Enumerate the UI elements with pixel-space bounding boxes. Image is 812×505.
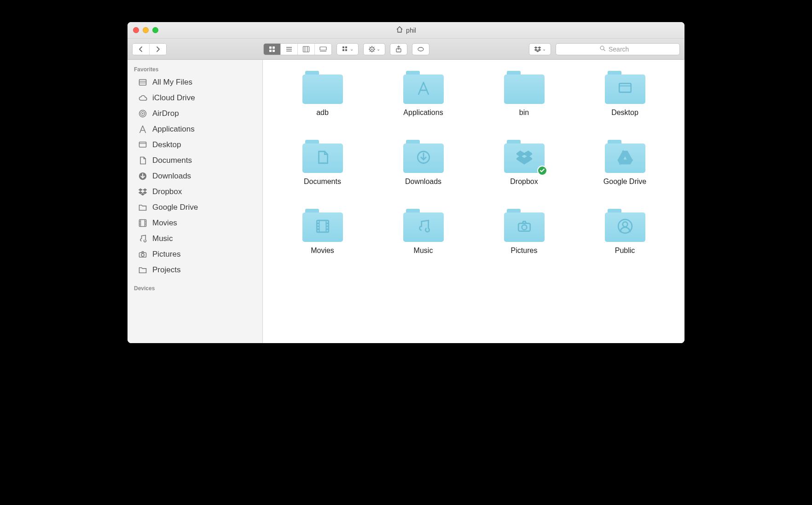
folder-item[interactable]: Public [579, 209, 671, 255]
folder-label: Downloads [405, 178, 441, 186]
column-view-button[interactable] [297, 44, 314, 55]
applications-icon [138, 124, 148, 134]
sidebar-item-label: Music [152, 234, 173, 243]
folder-icon [403, 140, 444, 173]
sidebar-item-dropbox[interactable]: Dropbox [128, 184, 262, 200]
folder-icon [504, 140, 545, 173]
folder-icon [302, 71, 343, 104]
downloads-icon [138, 171, 148, 181]
folder-icon [403, 209, 444, 242]
cloud-icon [138, 93, 148, 103]
search-icon [599, 45, 606, 53]
documents-icon [315, 149, 331, 167]
close-window-button[interactable] [133, 27, 139, 33]
sidebar-item-google-drive[interactable]: Google Drive [128, 200, 262, 215]
folder-label: Movies [311, 247, 334, 255]
folder-icon [605, 140, 645, 173]
folder-label: Desktop [611, 109, 638, 117]
share-button[interactable] [390, 43, 407, 55]
public-icon [617, 218, 633, 236]
sidebar-item-label: Pictures [152, 250, 180, 259]
folder-item[interactable]: bin [478, 71, 570, 117]
sidebar-item-label: Projects [152, 265, 180, 275]
applications-icon [416, 80, 431, 98]
finder-window: phil ⌄ ⌄ ⌄ [128, 22, 684, 343]
forward-button[interactable] [149, 44, 166, 55]
arrange-button[interactable]: ⌄ [336, 43, 359, 55]
folder-item[interactable]: Desktop [579, 71, 671, 117]
all-my-files-icon [138, 77, 148, 87]
tags-button[interactable] [412, 43, 429, 55]
coverflow-view-button[interactable] [314, 44, 331, 55]
folder-item[interactable]: Pictures [478, 209, 570, 255]
back-button[interactable] [133, 44, 149, 55]
folder-icon [504, 71, 545, 104]
downloads-icon [416, 149, 431, 167]
pictures-icon [516, 218, 532, 236]
home-icon [396, 26, 403, 34]
movies-icon [315, 218, 331, 236]
sidebar-item-label: Applications [152, 125, 195, 134]
folder-label: Music [414, 247, 433, 255]
sidebar-item-label: Dropbox [152, 187, 182, 196]
airdrop-icon [138, 109, 148, 119]
search-field[interactable] [556, 43, 680, 55]
folder-item[interactable]: Dropbox [478, 140, 570, 186]
search-input[interactable] [609, 46, 636, 53]
sidebar-item-pictures[interactable]: Pictures [128, 247, 262, 262]
sidebar-item-projects[interactable]: Projects [128, 262, 262, 278]
sidebar-item-all-my-files[interactable]: All My Files [128, 75, 262, 90]
desktop-icon [138, 140, 148, 150]
music-icon [416, 218, 431, 236]
folder-item[interactable]: Downloads [377, 140, 469, 186]
sidebar-item-documents[interactable]: Documents [128, 153, 262, 168]
sidebar-item-airdrop[interactable]: AirDrop [128, 106, 262, 121]
sidebar-item-label: Downloads [152, 172, 191, 181]
folder-label: Public [615, 247, 635, 255]
zoom-window-button[interactable] [152, 27, 158, 33]
sidebar-item-downloads[interactable]: Downloads [128, 168, 262, 184]
sidebar-item-label: AirDrop [152, 109, 179, 118]
sidebar-section-devices: Devices [128, 282, 262, 293]
movies-icon [138, 218, 148, 228]
pictures-icon [138, 249, 148, 259]
gdrive-icon [617, 149, 633, 167]
folder-item[interactable]: Documents [277, 140, 368, 186]
icon-view-button[interactable] [264, 44, 280, 55]
action-gear-button[interactable]: ⌄ [363, 43, 385, 55]
desktop-icon [617, 80, 633, 98]
window-title-text: phil [406, 27, 416, 34]
dropbox-toolbar-button[interactable]: ⌄ [529, 43, 551, 55]
minimize-window-button[interactable] [143, 27, 149, 33]
sidebar: Favorites All My Files iCloud Drive AirD… [128, 60, 263, 343]
folder-item[interactable]: Movies [277, 209, 368, 255]
folder-label: Documents [304, 178, 341, 186]
list-view-button[interactable] [280, 44, 297, 55]
sidebar-section-favorites: Favorites [128, 63, 262, 75]
content-area[interactable]: adbApplicationsbinDesktopDocumentsDownlo… [263, 60, 684, 343]
window-body: Favorites All My Files iCloud Drive AirD… [128, 60, 684, 343]
sync-ok-badge-icon [537, 166, 547, 176]
folder-label: adb [316, 109, 329, 117]
folder-label: Pictures [511, 247, 538, 255]
sidebar-item-applications[interactable]: Applications [128, 121, 262, 137]
folder-item[interactable]: Google Drive [579, 140, 671, 186]
folder-icon [605, 209, 645, 242]
window-controls [128, 27, 158, 33]
titlebar: phil [128, 22, 684, 39]
sidebar-item-music[interactable]: Music [128, 231, 262, 247]
folder-label: Dropbox [510, 178, 538, 186]
sidebar-item-label: Documents [152, 156, 192, 165]
folder-item[interactable]: adb [277, 71, 368, 117]
sidebar-item-desktop[interactable]: Desktop [128, 137, 262, 153]
sidebar-item-movies[interactable]: Movies [128, 215, 262, 231]
folder-icon [302, 140, 343, 173]
sidebar-item-icloud-drive[interactable]: iCloud Drive [128, 90, 262, 106]
sidebar-item-label: Desktop [152, 140, 181, 149]
folder-icon [138, 202, 148, 212]
folder-icon [605, 71, 645, 104]
documents-icon [138, 155, 148, 166]
dropbox-icon [138, 187, 148, 197]
folder-item[interactable]: Applications [377, 71, 469, 117]
folder-item[interactable]: Music [377, 209, 469, 255]
